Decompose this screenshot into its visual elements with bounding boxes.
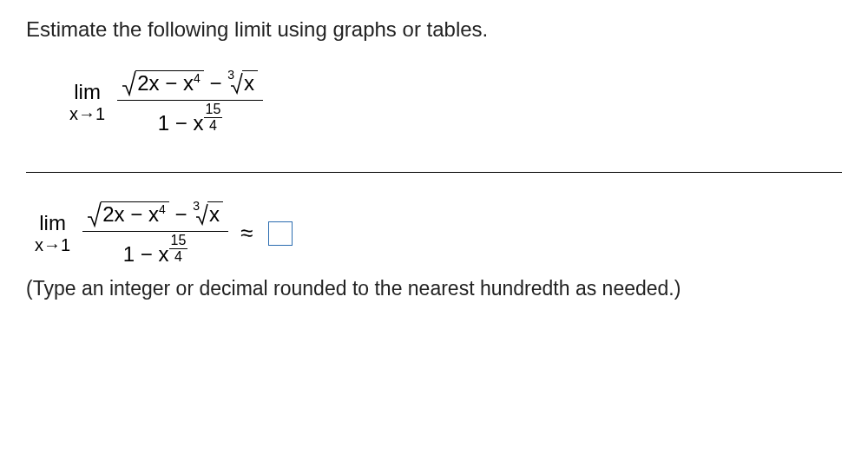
approach-val: 1 [95, 104, 105, 123]
minus-sign: − [175, 111, 187, 135]
term-x: x [183, 71, 194, 95]
lim-approach: x→1 [69, 104, 105, 124]
radical-icon [122, 70, 136, 96]
small-fraction: 154 [204, 102, 223, 133]
denominator: 1 − x154 [117, 102, 263, 137]
lim-label: lim [69, 80, 105, 104]
minus-sign: − [130, 202, 142, 226]
exp-den: 4 [169, 250, 188, 264]
small-fraction: 154 [169, 234, 188, 264]
sqrt-radicand: 2x − x4 [135, 70, 204, 96]
lim-label: lim [35, 211, 70, 235]
arrow-icon: → [78, 104, 95, 123]
lim-block: lim x→1 [69, 80, 105, 124]
limit-expression-display: lim x→1 2x − x4 [69, 68, 842, 137]
minus-sign: − [209, 71, 221, 95]
term-2x: 2x [137, 71, 159, 95]
exp-den: 4 [204, 119, 223, 133]
fraction-bar [117, 100, 263, 101]
term-x: x [159, 242, 169, 266]
main-fraction: 2x − x4 − 3 x [117, 68, 263, 137]
square-root: 2x − x4 [122, 70, 204, 96]
limit-expression-answer-row: lim x→1 2x − x4 [35, 199, 842, 268]
approx-symbol: ≈ [240, 220, 253, 246]
radical-icon [88, 201, 102, 227]
cube-root: 3 x [193, 201, 223, 227]
radical-icon [231, 72, 243, 95]
term-x: x [194, 111, 204, 135]
approach-val: 1 [61, 235, 70, 254]
cube-root: 3 x [227, 70, 258, 96]
section-divider [26, 172, 842, 173]
minus-sign: − [174, 202, 187, 226]
main-fraction: 2x − x4 − 3 x 1 [82, 199, 228, 268]
minus-sign: − [141, 242, 153, 266]
term-2x: 2x [102, 202, 124, 226]
hint-text: (Type an integer or decimal rounded to t… [26, 277, 842, 300]
cbrt-radicand: x [207, 201, 223, 227]
minus-sign: − [165, 71, 177, 95]
arrow-icon: → [43, 235, 61, 254]
lim-approach: x→1 [35, 235, 70, 255]
fraction-bar [82, 231, 228, 232]
term-1: 1 [158, 111, 169, 135]
numerator: 2x − x4 − 3 x [117, 68, 263, 98]
lim-block: lim x→1 [35, 211, 70, 255]
exp-num: 15 [169, 234, 188, 247]
term-x: x [148, 202, 159, 226]
exp-15-4: 154 [169, 242, 188, 256]
term-1: 1 [123, 242, 135, 266]
cbrt-radicand: x [242, 70, 258, 96]
exp-num: 15 [204, 102, 223, 116]
exp-4: 4 [194, 71, 201, 85]
denominator: 1 − x154 [82, 234, 228, 268]
square-root: 2x − x4 [88, 201, 169, 227]
approach-var: x [35, 235, 43, 254]
approach-var: x [69, 104, 78, 123]
sqrt-radicand: 2x − x4 [101, 201, 169, 227]
radical-icon [196, 203, 208, 226]
exp-4: 4 [159, 202, 166, 216]
answer-input[interactable] [268, 221, 293, 246]
exp-15-4: 154 [204, 111, 223, 125]
numerator: 2x − x4 − 3 x [82, 199, 228, 229]
instruction-text: Estimate the following limit using graph… [26, 17, 842, 42]
